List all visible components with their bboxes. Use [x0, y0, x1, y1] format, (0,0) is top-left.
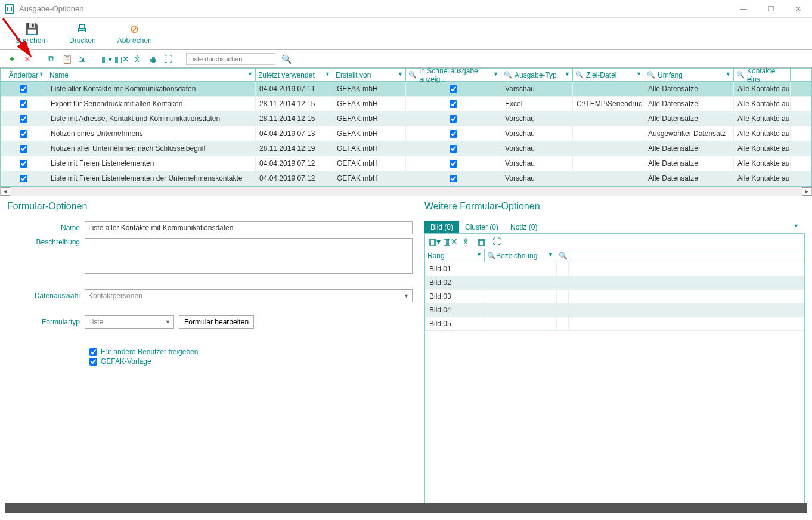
tab-bild[interactable]: Bild (0) — [424, 221, 459, 233]
close-window-button[interactable]: ✕ — [785, 0, 812, 18]
print-button[interactable]: 🖶 Drucken — [66, 22, 100, 46]
sub-columns-button[interactable]: ▥▾ — [429, 236, 441, 247]
filter-icon[interactable]: ▼ — [476, 252, 482, 258]
col-erstellt[interactable]: Erstellt von▼ — [333, 69, 406, 81]
sub-expand-button[interactable]: ⛶ — [491, 236, 503, 247]
cell-file — [573, 156, 644, 171]
row-checkbox-aenderbar[interactable] — [20, 160, 27, 168]
filter-icon[interactable]: ▼ — [325, 71, 330, 77]
row-checkbox-schnell[interactable] — [450, 85, 457, 93]
paste-button[interactable]: 📋 — [61, 53, 73, 65]
columns-button[interactable]: ▥▾ — [100, 53, 112, 65]
row-checkbox-schnell[interactable] — [450, 145, 457, 153]
filter-icon[interactable]: ▼ — [398, 71, 403, 77]
table-row[interactable]: Liste mit Adresse, Kontakt und Kommunika… — [1, 112, 811, 126]
list-item[interactable]: Bild.02 — [425, 276, 804, 290]
row-checkbox-schnell[interactable] — [450, 100, 457, 108]
row-checkbox-aenderbar[interactable] — [20, 85, 27, 93]
col-bezeichnung[interactable]: 🔍Bezeichnung▼ — [485, 249, 556, 262]
tab-menu[interactable]: ▼ — [788, 221, 805, 233]
table-row[interactable]: Notizen eines Unternehmens04.04.2019 07:… — [1, 126, 811, 141]
scroll-right-button[interactable]: ► — [802, 187, 811, 196]
select-formulartyp[interactable]: Liste▼ — [85, 315, 174, 329]
list-item[interactable]: Bild.03 — [425, 290, 804, 304]
row-checkbox-schnell[interactable] — [450, 175, 457, 182]
expand-button[interactable]: ⛶ — [162, 53, 174, 65]
table-button[interactable]: ▦ — [147, 53, 159, 65]
filter-icon[interactable]: ▼ — [726, 71, 731, 77]
col-schnell[interactable]: 🔍In Schnellausgabe anzeig...▼ — [406, 69, 501, 81]
filter-icon[interactable]: ▼ — [548, 252, 553, 258]
table-row[interactable]: Liste aller Kontakte mit Kommunikationsd… — [1, 82, 811, 97]
list-item[interactable]: Bild.04 — [425, 304, 804, 317]
minimize-button[interactable]: — — [730, 0, 757, 18]
cell-bez — [485, 290, 557, 303]
sub-filter-button[interactable]: ▥✕ — [444, 236, 456, 247]
maximize-button[interactable]: ☐ — [757, 0, 785, 18]
col-typ[interactable]: 🔍Ausgabe-Typ▼ — [501, 69, 573, 81]
label-name: Name — [7, 224, 85, 232]
col-aenderbar[interactable]: Änderbar▼ — [1, 69, 47, 81]
table-row[interactable]: Liste mit Freien Listenelementen der Unt… — [1, 171, 811, 186]
table-row[interactable]: Export für Seriendruck mit allen Kontake… — [1, 97, 811, 112]
scroll-left-button[interactable]: ◄ — [1, 187, 10, 196]
sub-toolbar: ▥▾ ▥✕ x̂ ▦ ⛶ — [424, 234, 805, 249]
import-button[interactable]: ⇲ — [76, 53, 88, 65]
input-name[interactable] — [85, 221, 413, 234]
row-checkbox-schnell[interactable] — [450, 130, 457, 138]
search-input[interactable] — [186, 53, 275, 65]
col-datei[interactable]: 🔍Ziel-Datei▼ — [573, 69, 644, 81]
filter-icon[interactable]: ▼ — [247, 71, 253, 77]
edit-form-button[interactable]: Formular bearbeiten — [179, 315, 254, 329]
select-datenauswahl[interactable]: Kontaktpersonen▼ — [85, 289, 413, 302]
filter-clear-button[interactable]: ▥✕ — [116, 53, 128, 65]
filter-icon[interactable]: ▼ — [39, 71, 44, 77]
scroll-track[interactable] — [10, 187, 811, 196]
cell-typ: Excel — [501, 97, 573, 111]
row-checkbox-aenderbar[interactable] — [20, 100, 27, 108]
horizontal-scrollbar[interactable]: ◄ ► — [0, 187, 812, 196]
add-button[interactable]: ＋ — [6, 53, 18, 65]
row-checkbox-schnell[interactable] — [450, 160, 457, 168]
filter-icon[interactable]: ▼ — [636, 71, 641, 77]
cell-name: Notizen aller Unternehmen nach Schlüssel… — [47, 141, 256, 156]
filter-icon[interactable]: ▼ — [493, 71, 498, 77]
input-beschreibung[interactable] — [85, 238, 413, 274]
list-item[interactable]: Bild.05 — [425, 317, 804, 331]
col-rang[interactable]: Rang▼ — [425, 249, 485, 262]
save-button[interactable]: 💾 Speichern — [12, 22, 51, 46]
table-row[interactable]: Liste mit Freien Listenelementen04.04.20… — [1, 156, 811, 171]
row-checkbox-aenderbar[interactable] — [20, 115, 27, 123]
more-options-title: Weitere Formular-Optionen — [424, 201, 805, 212]
list-item[interactable]: Bild.01 — [425, 262, 804, 276]
col-umfang[interactable]: 🔍Umfang▼ — [644, 69, 734, 81]
row-checkbox-aenderbar[interactable] — [20, 175, 27, 182]
search-icon[interactable]: 🔍 — [281, 54, 292, 64]
tab-notiz[interactable]: Notiz (0) — [504, 221, 543, 233]
col-name[interactable]: Name▼ — [47, 69, 256, 81]
col-zuletzt[interactable]: Zuletzt verwendet▼ — [256, 69, 333, 81]
col-kontakte[interactable]: 🔍Kontakte eins — [734, 69, 791, 81]
delete-button[interactable]: ✕ — [21, 53, 33, 65]
cell-name: Liste mit Adresse, Kontakt und Kommunika… — [47, 112, 256, 126]
row-checkbox-aenderbar[interactable] — [20, 145, 27, 153]
checkbox-template[interactable] — [89, 358, 97, 366]
cancel-icon: ⊘ — [129, 23, 141, 35]
tab-cluster[interactable]: Cluster (0) — [459, 221, 504, 233]
sub-excel-button[interactable]: x̂ — [460, 236, 472, 247]
row-checkbox-aenderbar[interactable] — [20, 130, 27, 138]
table-row[interactable]: Notizen aller Unternehmen nach Schlüssel… — [1, 141, 811, 156]
cell-umfang: Alle Datensätze — [644, 97, 734, 111]
cell-erstellt: GEFAK mbH — [333, 126, 406, 141]
export-excel-button[interactable]: x̂ — [131, 53, 143, 65]
checkbox-share[interactable] — [89, 348, 97, 356]
cancel-button[interactable]: ⊘ Abbrechen — [114, 22, 156, 46]
filter-icon[interactable]: ▼ — [565, 71, 570, 77]
col-extra[interactable]: 🔍 — [556, 249, 568, 262]
row-checkbox-schnell[interactable] — [450, 115, 457, 123]
cell-rang: Bild.05 — [426, 317, 485, 330]
sub-grid-header: Rang▼ 🔍Bezeichnung▼ 🔍 — [424, 249, 805, 262]
copy-button[interactable]: ⧉ — [45, 53, 57, 65]
cell-ext — [557, 304, 569, 317]
sub-table-button[interactable]: ▦ — [475, 236, 487, 247]
